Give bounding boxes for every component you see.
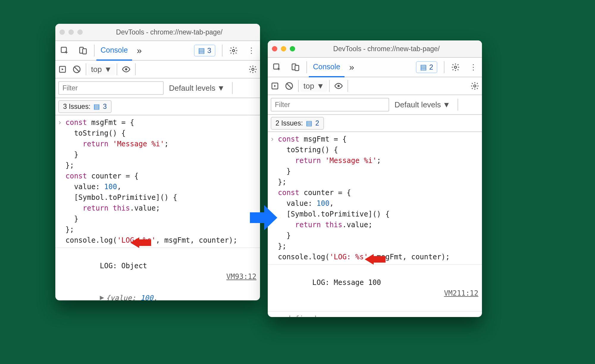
source-link[interactable]: VM211:12 — [444, 288, 478, 299]
gear-icon — [229, 46, 238, 55]
main-toolbar: Console » ▤2 ⋮ — [268, 58, 482, 77]
clear-console-button[interactable] — [282, 79, 296, 93]
chat-icon: ▤ — [93, 103, 100, 111]
issues-summary[interactable]: 2 Issues: ▤ 2 — [271, 117, 324, 130]
zoom-icon[interactable] — [290, 46, 295, 51]
issues-bar: 3 Issues: ▤ 3 — [55, 98, 260, 115]
close-icon[interactable] — [272, 46, 277, 51]
gear-icon — [451, 63, 460, 72]
console-input-echo: const msgFmt = { toString() { return 'Me… — [64, 115, 260, 247]
traffic-lights[interactable] — [60, 29, 83, 35]
settings-button[interactable] — [446, 58, 465, 77]
traffic-lights[interactable] — [272, 46, 295, 51]
expand-icon[interactable]: ▶ — [100, 292, 104, 300]
console-input-echo: const msgFmt = { toString() { return 'Me… — [277, 132, 482, 264]
issues-bar: 2 Issues: ▤ 2 — [268, 115, 482, 132]
chat-icon: ▤ — [198, 46, 205, 55]
console-context-bar: top▼ — [268, 77, 482, 95]
transition-arrow-icon — [250, 204, 277, 231]
filter-bar: Default levels ▼ — [268, 95, 482, 115]
inspect-button[interactable] — [268, 58, 286, 77]
minimize-icon[interactable] — [68, 29, 74, 35]
chevron-down-icon: ▼ — [443, 100, 450, 109]
callout-arrow-icon — [365, 254, 386, 265]
main-toolbar: Console » ▤3 ⋮ — [55, 41, 260, 61]
svg-point-15 — [474, 85, 476, 87]
live-expression-button[interactable] — [331, 79, 346, 93]
console-body: › const msgFmt = { toString() { return '… — [55, 115, 260, 300]
console-settings-button[interactable] — [246, 62, 260, 76]
console-context-bar: top▼ — [55, 61, 260, 79]
window-title: DevTools - chrome://new-tab-page/ — [295, 45, 478, 53]
devtools-window-right: DevTools - chrome://new-tab-page/ Consol… — [268, 40, 482, 317]
chevron-down-icon: ▼ — [217, 84, 225, 93]
chevron-down-icon: ▼ — [317, 81, 324, 91]
inspect-button[interactable] — [55, 41, 74, 60]
svg-point-11 — [454, 66, 457, 68]
kebab-menu-button[interactable]: ⋮ — [243, 41, 260, 60]
filter-input[interactable] — [58, 81, 164, 95]
toggle-drawer-button[interactable] — [55, 62, 70, 76]
tab-console[interactable]: Console — [309, 57, 345, 77]
prompt-chevron-icon: › — [55, 115, 64, 247]
close-icon[interactable] — [60, 29, 65, 35]
context-selector[interactable]: top▼ — [88, 64, 115, 75]
context-selector[interactable]: top▼ — [300, 80, 327, 92]
device-toggle-button[interactable] — [286, 58, 305, 77]
svg-rect-2 — [83, 49, 87, 54]
svg-point-6 — [125, 68, 127, 70]
toggle-drawer-button[interactable] — [268, 79, 282, 93]
callout-arrow-icon — [130, 237, 151, 248]
tab-console[interactable]: Console — [96, 40, 132, 61]
log-levels-selector[interactable]: Default levels ▼ — [394, 100, 450, 109]
result-chevron-icon: ‹ — [268, 312, 277, 317]
live-expression-button[interactable] — [119, 62, 133, 76]
settings-button[interactable] — [224, 41, 243, 60]
svg-point-7 — [252, 68, 254, 70]
filter-bar: Default levels ▼ — [55, 79, 260, 98]
gear-icon — [470, 81, 479, 90]
issues-pill[interactable]: ▤3 — [189, 41, 220, 60]
kebab-menu-button[interactable]: ⋮ — [465, 58, 482, 77]
chat-icon: ▤ — [306, 119, 312, 127]
console-body: › const msgFmt = { toString() { return '… — [268, 132, 482, 317]
clear-console-button[interactable] — [70, 62, 84, 76]
svg-point-3 — [232, 49, 235, 52]
source-link[interactable]: VM93:12 — [226, 271, 256, 282]
more-tabs-button[interactable]: » — [132, 41, 147, 60]
device-toggle-button[interactable] — [74, 41, 92, 60]
object-preview[interactable]: {value: 100, Symbol(Symbol.toPrimitive):… — [65, 294, 194, 300]
titlebar[interactable]: DevTools - chrome://new-tab-page/ — [55, 24, 260, 41]
prompt-chevron-icon: › — [268, 132, 277, 264]
chevron-down-icon: ▼ — [104, 65, 112, 74]
devtools-window-left: DevTools - chrome://new-tab-page/ Consol… — [55, 24, 260, 300]
issues-summary[interactable]: 3 Issues: ▤ 3 — [58, 100, 112, 113]
svg-rect-10 — [295, 65, 299, 71]
eye-icon — [122, 65, 131, 74]
log-output-line[interactable]: LOG: Message 100 VM211:12 — [277, 265, 482, 311]
return-value: undefined — [277, 312, 482, 317]
console-settings-button[interactable] — [468, 79, 482, 93]
issues-pill[interactable]: ▤2 — [411, 58, 442, 77]
gear-icon — [248, 65, 257, 74]
svg-point-14 — [337, 85, 340, 87]
window-title: DevTools - chrome://new-tab-page/ — [83, 28, 256, 36]
filter-input[interactable] — [271, 98, 389, 112]
chat-icon: ▤ — [420, 63, 427, 71]
more-tabs-button[interactable]: » — [345, 58, 359, 77]
zoom-icon[interactable] — [77, 29, 83, 35]
log-output-line[interactable]: LOG: Object VM93:12 ▶{value: 100, Symbol… — [64, 248, 260, 300]
minimize-icon[interactable] — [281, 46, 286, 51]
eye-icon — [334, 81, 343, 90]
titlebar[interactable]: DevTools - chrome://new-tab-page/ — [268, 40, 482, 58]
log-levels-selector[interactable]: Default levels ▼ — [169, 84, 225, 93]
